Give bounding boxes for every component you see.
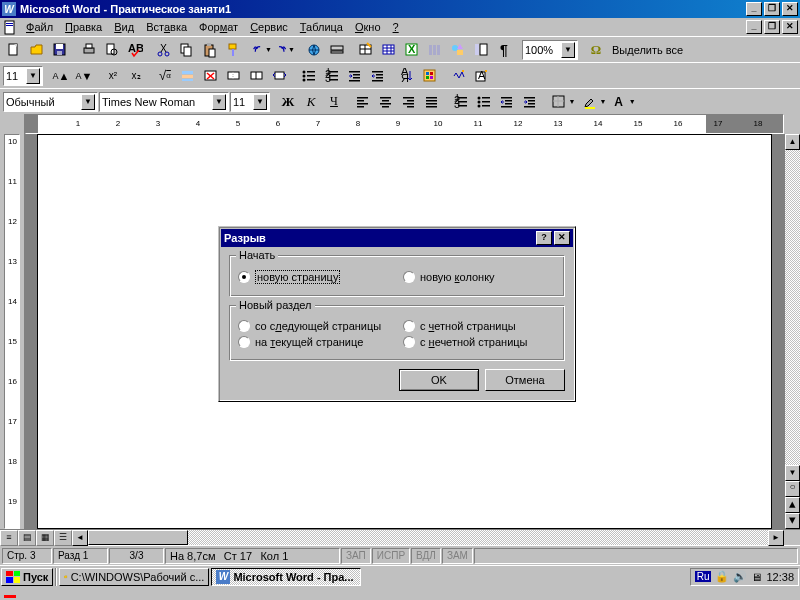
drawing-button[interactable] (447, 39, 469, 61)
redo-button[interactable]: ▼ (274, 39, 296, 61)
font-combo[interactable]: Times New Roman▼ (99, 92, 229, 112)
dropdown-icon[interactable]: ▼ (81, 94, 95, 110)
maximize-button[interactable]: ❐ (764, 2, 780, 16)
dropdown-icon[interactable]: ▼ (26, 68, 40, 84)
radio-odd-page[interactable]: с нечетной страницы (403, 336, 556, 348)
font-shrink-button[interactable]: A▼ (73, 65, 95, 87)
tables-borders-button[interactable] (355, 39, 377, 61)
hyperlink-button[interactable] (303, 39, 325, 61)
mdi-restore-button[interactable]: ❐ (764, 20, 780, 34)
new-doc-button[interactable] (3, 39, 25, 61)
radio-even-page[interactable]: с четной страницы (403, 320, 556, 332)
show-para-button[interactable]: ¶ (493, 39, 515, 61)
close-button[interactable]: ✕ (782, 2, 798, 16)
delete-rows-button[interactable] (200, 65, 222, 87)
bullets-button[interactable] (298, 65, 320, 87)
tray-lock-icon[interactable]: 🔒 (715, 570, 729, 583)
scroll-left-button[interactable]: ◄ (72, 530, 88, 546)
scroll-track[interactable] (188, 530, 768, 545)
select-all-link[interactable]: Выделить все (612, 44, 683, 56)
scroll-right-button[interactable]: ► (768, 530, 784, 546)
save-button[interactable] (49, 39, 71, 61)
prev-page-button[interactable]: ▴ (785, 497, 800, 513)
paste-button[interactable] (199, 39, 221, 61)
horizontal-scrollbar[interactable]: ◄ ► (72, 530, 784, 545)
vertical-ruler[interactable]: 10111213141516171819 (0, 134, 25, 529)
copy-button[interactable] (176, 39, 198, 61)
new-style-button[interactable]: A (471, 65, 493, 87)
menu-help[interactable]: ? (387, 19, 405, 35)
radio-new-column[interactable]: новую колонку (403, 270, 556, 284)
language-indicator[interactable]: Ru (695, 571, 712, 582)
print-button[interactable] (78, 39, 100, 61)
taskbar-item-word[interactable]: W Microsoft Word - Пра... (211, 568, 361, 586)
align-center-button[interactable] (375, 91, 397, 113)
font-grow-button[interactable]: A▲ (50, 65, 72, 87)
numbering2-button[interactable]: 123 (450, 91, 472, 113)
align-justify-button[interactable] (421, 91, 443, 113)
align-right-button[interactable] (398, 91, 420, 113)
status-ovr[interactable]: ЗАМ (442, 548, 473, 564)
taskbar-item-explorer[interactable]: C:\WINDOWS\Рабочий с... (59, 568, 209, 586)
menu-window[interactable]: Окно (349, 19, 387, 35)
cancel-button[interactable]: Отмена (485, 369, 565, 391)
status-rec[interactable]: ЗАП (341, 548, 371, 564)
radio-new-page[interactable]: новую страницу (238, 270, 391, 284)
web-toolbar-button[interactable] (326, 39, 348, 61)
fontsize2-combo[interactable]: 11▼ (3, 66, 43, 86)
scroll-up-button[interactable]: ▲ (785, 134, 800, 150)
insert-rows-button[interactable] (177, 65, 199, 87)
bullets2-button[interactable] (473, 91, 495, 113)
doc-map-button[interactable] (470, 39, 492, 61)
dialog-titlebar[interactable]: Разрыв ? ✕ (221, 229, 573, 247)
radio-next-page[interactable]: со следующей страницы (238, 320, 391, 332)
online-view-button[interactable]: ▤ (18, 530, 36, 546)
dialog-help-button[interactable]: ? (536, 231, 552, 245)
cut-button[interactable] (153, 39, 175, 61)
scroll-thumb[interactable] (88, 530, 188, 545)
superscript-button[interactable]: x² (102, 65, 124, 87)
menu-table[interactable]: Таблица (294, 19, 349, 35)
vertical-scrollbar[interactable]: ▲ ▼ ○ ▴ ▾ (784, 134, 800, 529)
print-preview-button[interactable] (101, 39, 123, 61)
menu-file[interactable]: ФФайлайл (20, 19, 59, 35)
mdi-minimize-button[interactable]: _ (746, 20, 762, 34)
fontsize-combo[interactable]: 11▼ (230, 92, 270, 112)
columns-button[interactable] (424, 39, 446, 61)
excel-button[interactable]: X (401, 39, 423, 61)
scroll-down-button[interactable]: ▼ (785, 465, 800, 481)
borders-button[interactable]: ▼ (548, 91, 578, 113)
align-left-button[interactable] (352, 91, 374, 113)
next-page-button[interactable]: ▾ (785, 513, 800, 529)
minimize-button[interactable]: _ (746, 2, 762, 16)
font-color-button[interactable]: A▼ (610, 91, 640, 113)
zoom-combo[interactable]: 100%▼ (522, 40, 578, 60)
numbering-button[interactable]: 123 (321, 65, 343, 87)
split-cells-button[interactable] (246, 65, 268, 87)
style-combo[interactable]: Обычный▼ (3, 92, 98, 112)
clock[interactable]: 12:38 (766, 571, 794, 583)
underline-button[interactable]: Ч (323, 91, 345, 113)
dropdown-icon[interactable]: ▼ (212, 94, 226, 110)
increase-indent2-button[interactable] (344, 65, 366, 87)
menu-tools[interactable]: Сервис (244, 19, 294, 35)
autoformat-button[interactable] (448, 65, 470, 87)
sort-button[interactable]: AЯ (396, 65, 418, 87)
scroll-track[interactable] (785, 150, 800, 465)
autofit-button[interactable] (269, 65, 291, 87)
omega-button[interactable]: Ω (585, 39, 607, 61)
horizontal-ruler[interactable]: 123456789101112131415161718 (25, 114, 784, 134)
subscript-button[interactable]: x₂ (125, 65, 147, 87)
undo-button[interactable]: ▼ (251, 39, 273, 61)
open-button[interactable] (26, 39, 48, 61)
format-painter-button[interactable] (222, 39, 244, 61)
start-button[interactable]: Пуск (1, 568, 53, 586)
normal-view-button[interactable]: ≡ (0, 530, 18, 546)
radio-current-page[interactable]: на текущей странице (238, 336, 391, 348)
spellcheck-button[interactable]: ABC (124, 39, 146, 61)
status-ext[interactable]: ВДЛ (411, 548, 441, 564)
merge-cells-button[interactable] (223, 65, 245, 87)
increase-indent-button[interactable] (519, 91, 541, 113)
decrease-indent2-button[interactable] (367, 65, 389, 87)
browse-select-button[interactable]: ○ (785, 481, 800, 497)
